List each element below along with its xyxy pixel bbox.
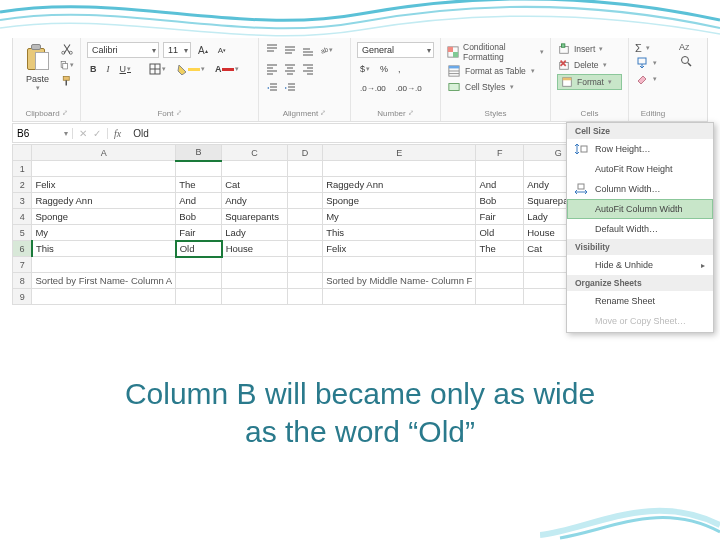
cell[interactable] — [323, 161, 476, 177]
cell[interactable]: The — [476, 241, 524, 257]
cell[interactable]: House — [222, 241, 288, 257]
cell[interactable]: Cat — [222, 177, 288, 193]
clear-button[interactable]: ▾ — [635, 72, 671, 86]
align-right-button[interactable] — [301, 62, 315, 76]
cell[interactable] — [176, 273, 222, 289]
menu-item-autofit-row[interactable]: AutoFit Row Height — [567, 159, 713, 179]
cell[interactable]: Bob — [476, 193, 524, 209]
select-all-corner[interactable] — [13, 145, 32, 161]
cell[interactable]: Sponge — [323, 193, 476, 209]
cell[interactable]: And — [476, 177, 524, 193]
format-cells-button[interactable]: Format▾ — [557, 74, 622, 90]
cell[interactable] — [287, 257, 322, 273]
fx-label[interactable]: fx — [108, 128, 127, 139]
align-left-button[interactable] — [265, 62, 279, 76]
cell[interactable] — [287, 161, 322, 177]
cell[interactable]: Bob — [176, 209, 222, 225]
cell[interactable] — [32, 289, 176, 305]
delete-cells-button[interactable]: Delete▾ — [557, 58, 622, 72]
row-header-5[interactable]: 5 — [13, 225, 32, 241]
cell[interactable] — [287, 193, 322, 209]
cell[interactable]: Lady — [222, 225, 288, 241]
font-name-combo[interactable]: Calibri — [87, 42, 159, 58]
cell[interactable]: And — [176, 193, 222, 209]
cell[interactable]: Fair — [176, 225, 222, 241]
row-header-7[interactable]: 7 — [13, 257, 32, 273]
cell[interactable] — [176, 257, 222, 273]
insert-cells-button[interactable]: Insert▾ — [557, 42, 622, 56]
cell[interactable] — [176, 289, 222, 305]
cell[interactable]: Squarepants — [222, 209, 288, 225]
cell[interactable] — [32, 161, 176, 177]
conditional-formatting-button[interactable]: Conditional Formatting▾ — [447, 42, 544, 62]
font-size-combo[interactable]: 11 — [163, 42, 191, 58]
row-header-4[interactable]: 4 — [13, 209, 32, 225]
paste-button[interactable]: Paste ▾ — [19, 42, 56, 92]
underline-button[interactable]: U▾ — [117, 62, 135, 76]
cell[interactable] — [32, 257, 176, 273]
cell[interactable]: Andy — [222, 193, 288, 209]
increase-font-button[interactable]: A▴ — [195, 43, 211, 57]
font-color-button[interactable]: A▾ — [212, 62, 242, 76]
cell[interactable]: My — [32, 225, 176, 241]
sort-filter-button[interactable]: AZ — [679, 42, 705, 52]
currency-button[interactable]: $▾ — [357, 62, 373, 76]
enter-formula-button[interactable]: ✓ — [93, 128, 101, 139]
cell-styles-button[interactable]: Cell Styles▾ — [447, 80, 544, 94]
column-header-E[interactable]: E — [323, 145, 476, 161]
cancel-formula-button[interactable]: ✕ — [79, 128, 87, 139]
cell[interactable] — [176, 161, 222, 177]
cell[interactable] — [287, 273, 322, 289]
cell[interactable] — [287, 177, 322, 193]
menu-item-rename-sheet[interactable]: Rename Sheet — [567, 291, 713, 311]
column-header-D[interactable]: D — [287, 145, 322, 161]
format-painter-button[interactable] — [60, 74, 74, 88]
cell[interactable]: Raggedy Ann — [32, 193, 176, 209]
cell[interactable] — [476, 273, 524, 289]
decrease-font-button[interactable]: A▾ — [215, 43, 229, 57]
cell[interactable]: The — [176, 177, 222, 193]
number-format-combo[interactable]: General — [357, 42, 434, 58]
cell[interactable]: Sponge — [32, 209, 176, 225]
cell[interactable]: Raggedy Ann — [323, 177, 476, 193]
borders-button[interactable]: ▾ — [146, 62, 169, 76]
cell[interactable] — [476, 257, 524, 273]
cut-button[interactable] — [60, 42, 74, 56]
row-header-9[interactable]: 9 — [13, 289, 32, 305]
cell[interactable] — [222, 257, 288, 273]
fill-button[interactable]: ▾ — [635, 56, 671, 70]
column-header-F[interactable]: F — [476, 145, 524, 161]
column-header-B[interactable]: B — [176, 145, 222, 161]
orientation-button[interactable]: ab▾ — [319, 43, 333, 57]
cell[interactable] — [287, 209, 322, 225]
cell[interactable]: Old — [176, 241, 222, 257]
cell[interactable] — [323, 257, 476, 273]
cell[interactable] — [222, 289, 288, 305]
align-top-button[interactable] — [265, 43, 279, 57]
menu-item-default-width[interactable]: Default Width… — [567, 219, 713, 239]
paste-dropdown-caret[interactable]: ▾ — [36, 84, 40, 92]
cell[interactable]: My — [323, 209, 476, 225]
find-select-button[interactable] — [679, 54, 705, 68]
formula-value[interactable]: Old — [127, 128, 155, 139]
menu-item-row-height[interactable]: Row Height… — [567, 139, 713, 159]
cell[interactable]: Sorted by First Name- Column A — [32, 273, 176, 289]
name-box[interactable]: B6 — [13, 128, 73, 139]
cell[interactable]: This — [32, 241, 176, 257]
menu-item-column-width[interactable]: Column Width… — [567, 179, 713, 199]
bold-button[interactable]: B — [87, 62, 100, 76]
cell[interactable]: Felix — [323, 241, 476, 257]
italic-button[interactable]: I — [104, 62, 113, 76]
cell[interactable]: Sorted by Middle Name- Column F — [323, 273, 476, 289]
cell[interactable] — [287, 225, 322, 241]
row-header-8[interactable]: 8 — [13, 273, 32, 289]
align-middle-button[interactable] — [283, 43, 297, 57]
cell[interactable]: This — [323, 225, 476, 241]
row-header-6[interactable]: 6 — [13, 241, 32, 257]
align-center-button[interactable] — [283, 62, 297, 76]
autosum-button[interactable]: Σ▾ — [635, 42, 671, 54]
row-header-3[interactable]: 3 — [13, 193, 32, 209]
fill-color-button[interactable]: ▾ — [173, 62, 208, 76]
cell[interactable] — [323, 289, 476, 305]
align-bottom-button[interactable] — [301, 43, 315, 57]
